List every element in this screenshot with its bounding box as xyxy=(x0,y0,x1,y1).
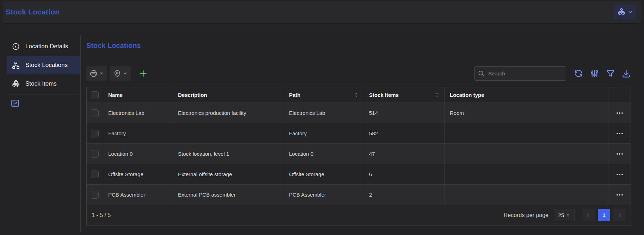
column-header-stock-items[interactable]: Stock Items xyxy=(364,87,445,103)
map-pin-icon xyxy=(113,69,121,78)
table-header-row: Name Description Path Stock Items Locati… xyxy=(87,87,631,103)
table-row[interactable]: Factory Factory 582 xyxy=(87,123,631,144)
row-checkbox[interactable] xyxy=(91,191,99,199)
info-circle-icon xyxy=(12,42,20,51)
filter-icon xyxy=(606,69,615,78)
column-header-description[interactable]: Description xyxy=(173,87,284,103)
cell-location-type xyxy=(445,185,608,205)
chevron-down-icon xyxy=(627,9,633,15)
cell-description xyxy=(173,123,284,144)
search-input[interactable] xyxy=(474,66,566,81)
cell-location-type xyxy=(445,164,608,185)
cell-name: Electronics Lab xyxy=(103,103,173,123)
row-checkbox[interactable] xyxy=(91,130,99,137)
column-header-name[interactable]: Name xyxy=(103,87,173,103)
sitemap-icon xyxy=(12,61,20,69)
cell-stock-items: 2 xyxy=(364,185,445,205)
table-row[interactable]: Location 0 Stock location, level 1 Locat… xyxy=(87,144,631,164)
column-header-location-type[interactable]: Location type xyxy=(445,87,608,103)
section-title: Stock Locations xyxy=(86,42,631,50)
previous-page-button[interactable] xyxy=(582,209,595,221)
cell-path: PCB Assembler xyxy=(284,185,364,205)
sidebar-collapse-button[interactable] xyxy=(11,98,21,109)
next-page-button[interactable] xyxy=(613,209,626,221)
cell-location-type xyxy=(445,123,608,144)
column-header-actions xyxy=(608,87,631,103)
printer-icon xyxy=(90,69,98,78)
row-checkbox[interactable] xyxy=(91,171,99,178)
table-row[interactable]: PCB Assembler External PCB assembler PCB… xyxy=(87,185,631,205)
refresh-icon xyxy=(574,69,583,78)
sort-icon[interactable] xyxy=(434,92,440,98)
cell-description: External offsite storage xyxy=(173,164,284,185)
row-actions-button[interactable] xyxy=(615,150,624,158)
records-per-page-label: Records per page xyxy=(504,212,548,218)
sidebar-item-stock-items[interactable]: Stock Items xyxy=(7,74,80,93)
location-actions-button[interactable] xyxy=(614,5,636,19)
packages-icon xyxy=(12,80,20,88)
sidebar-item-label: Stock Locations xyxy=(25,62,68,69)
cell-name: PCB Assembler xyxy=(103,185,173,205)
sort-icon[interactable] xyxy=(354,92,359,98)
table-row[interactable]: Offsite Storage External offsite storage… xyxy=(87,164,631,185)
stock-locations-table: Name Description Path Stock Items Locati… xyxy=(86,87,631,225)
sidebar-item-location-details[interactable]: Location Details xyxy=(7,37,80,56)
table-footer: 1 - 5 / 5 Records per page 25 1 xyxy=(87,205,631,225)
sidebar-collapse-icon xyxy=(11,99,20,108)
cell-description: Electronics production facility xyxy=(173,103,284,123)
page-1-button[interactable]: 1 xyxy=(598,209,610,221)
cell-description: Stock location, level 1 xyxy=(173,144,284,164)
cell-stock-items: 6 xyxy=(364,164,445,185)
chevron-down-icon xyxy=(123,71,128,76)
location-barcode-actions-button[interactable] xyxy=(110,66,131,81)
row-checkbox[interactable] xyxy=(91,150,99,158)
cell-path: Location 0 xyxy=(284,144,364,164)
chevron-right-icon xyxy=(617,212,622,218)
cell-path: Electronics Lab xyxy=(284,103,364,123)
search-box xyxy=(474,66,566,81)
sidebar-item-label: Stock Items xyxy=(25,80,57,87)
row-actions-button[interactable] xyxy=(615,170,624,179)
cell-stock-items: 47 xyxy=(364,144,445,164)
cell-path: Offsite Storage xyxy=(284,164,364,185)
page-size-select[interactable]: 25 xyxy=(554,209,575,221)
table-row[interactable]: Electronics Lab Electronics production f… xyxy=(87,103,631,123)
refresh-button[interactable] xyxy=(574,69,583,78)
top-header-bar: Stock Location xyxy=(3,1,641,23)
row-actions-button[interactable] xyxy=(615,191,624,199)
download-button[interactable] xyxy=(621,69,631,78)
sidebar: Location Details Stock Locations xyxy=(0,35,81,233)
selector-icon xyxy=(566,213,570,217)
add-stock-location-button[interactable] xyxy=(139,69,148,78)
cell-name: Offsite Storage xyxy=(103,164,173,185)
cell-name: Location 0 xyxy=(103,144,173,164)
download-icon xyxy=(621,69,631,78)
table-toolbar xyxy=(86,66,631,81)
adjustments-icon xyxy=(590,69,599,78)
sidebar-item-label: Location Details xyxy=(25,43,68,50)
packages-icon xyxy=(617,8,626,16)
chevron-down-icon xyxy=(99,71,104,76)
print-actions-button[interactable] xyxy=(86,66,107,81)
cell-stock-items: 514 xyxy=(364,103,445,123)
chevron-left-icon xyxy=(586,212,591,218)
cell-location-type xyxy=(445,144,608,164)
table-options-button[interactable] xyxy=(590,69,599,78)
column-header-path[interactable]: Path xyxy=(284,87,364,103)
row-actions-button[interactable] xyxy=(615,129,624,138)
cell-name: Factory xyxy=(103,123,173,144)
cell-location-type: Room xyxy=(445,103,608,123)
row-checkbox[interactable] xyxy=(91,109,99,117)
sidebar-divider xyxy=(7,94,80,94)
cell-description: External PCB assembler xyxy=(173,185,284,205)
sidebar-item-stock-locations[interactable]: Stock Locations xyxy=(7,56,80,74)
cell-stock-items: 582 xyxy=(364,123,445,144)
page-title: Stock Location xyxy=(6,8,60,16)
row-actions-button[interactable] xyxy=(615,109,624,117)
main-panel: Stock Locations xyxy=(81,24,644,235)
filter-button[interactable] xyxy=(606,69,615,78)
record-range: 1 - 5 / 5 xyxy=(92,212,111,218)
cell-path: Factory xyxy=(284,123,364,144)
plus-icon xyxy=(139,69,148,78)
select-all-checkbox[interactable] xyxy=(91,91,99,99)
